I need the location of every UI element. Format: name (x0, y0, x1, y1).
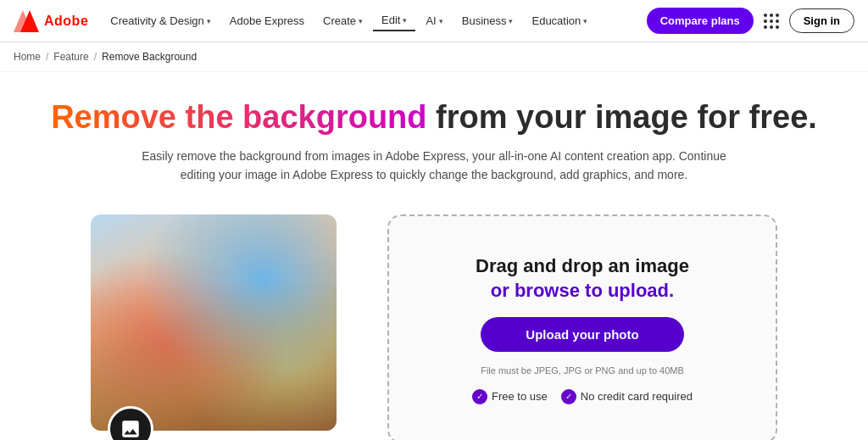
hero-headline-rest: from your image for free. (427, 99, 817, 135)
nav-item-education[interactable]: Education ▾ (523, 11, 596, 31)
nav-item-ai[interactable]: AI ▾ (417, 11, 451, 31)
free-to-use-badge: ✓ Free to use (472, 389, 548, 404)
nav-item-business[interactable]: Business ▾ (453, 11, 522, 31)
breadcrumb-sep-1: / (46, 51, 48, 63)
nav-right: Compare plans Sign in (647, 8, 854, 34)
chevron-down-icon: ▾ (359, 17, 363, 25)
free-to-use-label: Free to use (492, 390, 548, 403)
nav-items: Creativity & Design ▾ Adobe Express Crea… (102, 10, 643, 31)
breadcrumb-home[interactable]: Home (14, 51, 41, 63)
no-cc-badge: ✓ No credit card required (561, 389, 693, 404)
upload-badges: ✓ Free to use ✓ No credit card required (472, 389, 693, 404)
brand-name: Adobe (44, 14, 88, 29)
image-panel (91, 214, 353, 440)
hero-section: Remove the background from your image fo… (0, 72, 868, 198)
image-remove-bg-icon (120, 418, 142, 440)
hero-headline-colored: Remove the background (51, 99, 426, 135)
nav-item-express[interactable]: Adobe Express (221, 11, 313, 31)
signin-button[interactable]: Sign in (789, 8, 854, 33)
brand-logo[interactable]: Adobe (14, 10, 88, 32)
compare-plans-button[interactable]: Compare plans (647, 8, 754, 34)
chevron-down-icon: ▾ (403, 16, 407, 25)
check-icon-free: ✓ (472, 389, 487, 404)
upload-panel: Drag and drop an image or browse to uplo… (387, 214, 777, 440)
breadcrumb: Home / Feature / Remove Background (0, 42, 868, 72)
nav-item-create[interactable]: Create ▾ (314, 11, 371, 31)
browse-link[interactable]: or browse to upload. (491, 280, 674, 301)
breadcrumb-sep-2: / (94, 51, 97, 63)
upload-drag-drop-text: Drag and drop an image or browse to uplo… (476, 254, 689, 303)
sample-photo (91, 214, 337, 431)
apps-grid-icon[interactable] (764, 14, 779, 29)
upload-photo-button[interactable]: Upload your photo (481, 317, 684, 352)
breadcrumb-current: Remove Background (102, 51, 197, 63)
nav-item-edit[interactable]: Edit ▾ (373, 10, 415, 31)
navbar: Adobe Creativity & Design ▾ Adobe Expres… (0, 0, 868, 42)
nav-item-creativity[interactable]: Creativity & Design ▾ (102, 11, 220, 31)
no-cc-label: No credit card required (581, 390, 693, 403)
chevron-down-icon: ▾ (439, 17, 443, 25)
adobe-logo-icon (14, 10, 39, 32)
upload-file-note: File must be JPEG, JPG or PNG and up to … (481, 365, 684, 376)
chevron-down-icon: ▾ (583, 17, 587, 25)
chevron-down-icon: ▾ (509, 17, 513, 25)
check-icon-no-cc: ✓ (561, 389, 576, 404)
hero-description: Easily remove the background from images… (137, 147, 731, 185)
main-content: Drag and drop an image or browse to uplo… (0, 198, 868, 440)
chevron-down-icon: ▾ (207, 17, 211, 25)
hero-headline: Remove the background from your image fo… (17, 99, 851, 136)
breadcrumb-feature[interactable]: Feature (53, 51, 88, 63)
